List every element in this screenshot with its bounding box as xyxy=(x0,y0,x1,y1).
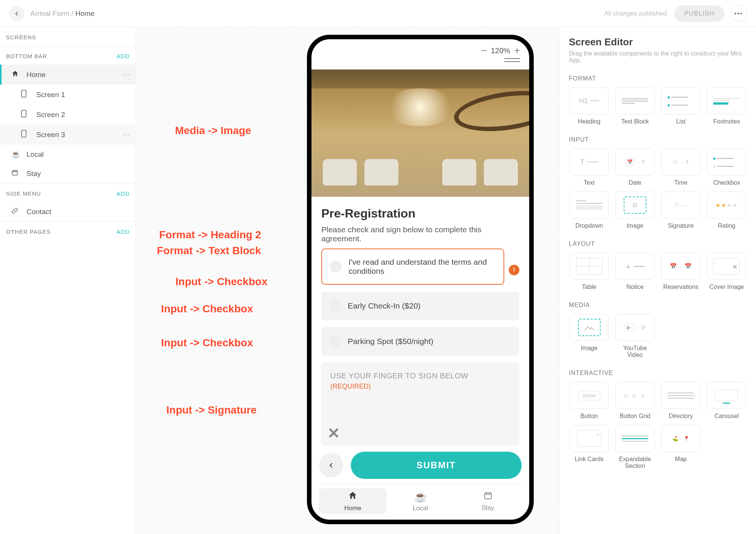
phone-icon xyxy=(21,90,31,99)
component-image-input[interactable]: 🖼 Image xyxy=(615,191,655,229)
item-menu-icon[interactable]: ⋯ xyxy=(122,70,130,79)
component-checkbox-input[interactable]: Checkbox xyxy=(706,148,747,186)
annotation: Input -> Checkbox xyxy=(161,337,253,349)
component-footnotes[interactable]: Footnotes xyxy=(706,87,747,125)
form-subtitle[interactable]: Please check and sign below to complete … xyxy=(321,225,519,243)
breadcrumb-current: Home xyxy=(75,9,94,17)
screens-sidebar: SCREENS BOTTOM BAR ADD Home ⋯ Screen 1 S… xyxy=(0,27,136,534)
hero-image[interactable] xyxy=(311,69,529,197)
calendar-icon xyxy=(483,491,493,503)
component-dropdown-input[interactable]: Dropdown xyxy=(569,191,609,229)
annotation: Input -> Checkbox xyxy=(161,303,253,315)
component-expandable-section[interactable]: Expandable Section xyxy=(615,425,655,469)
component-signature-input[interactable]: ℛ~ — Signature xyxy=(661,191,701,229)
checkbox-parking[interactable]: Parking Spot ($50/night) xyxy=(321,327,519,356)
component-cover-image[interactable]: ▣ Cover Image xyxy=(706,253,747,290)
sidebar-item-contact[interactable]: Contact xyxy=(0,202,136,221)
dots-icon: ••• xyxy=(734,10,743,17)
zoom-controls: − 120% + xyxy=(479,45,522,57)
tab-home[interactable]: Home xyxy=(319,488,387,514)
checkbox-terms[interactable]: I've read and understand the terms and c… xyxy=(321,248,504,285)
phone-tabbar: Home ☕ Local Stay xyxy=(319,484,522,514)
component-heading[interactable]: H1 Heading xyxy=(569,87,609,125)
tab-local[interactable]: ☕ Local xyxy=(387,488,454,514)
svg-rect-0 xyxy=(22,90,26,97)
sidebar-item-screen2[interactable]: Screen 2 xyxy=(0,105,136,125)
breadcrumb-root[interactable]: Arrival Form xyxy=(30,9,69,17)
group-interactive: INTERACTIVE xyxy=(569,370,747,377)
signature-box[interactable]: USE YOUR FINGER TO SIGN BELOW (REQUIRED)… xyxy=(321,363,519,446)
svg-rect-1 xyxy=(22,110,26,117)
section-other-pages: OTHER PAGES ADD xyxy=(0,221,136,240)
editor-canvas[interactable]: Media -> Image Format -> Heading 2 Forma… xyxy=(136,27,559,534)
warning-badge-icon: ! xyxy=(509,265,519,275)
component-text-block[interactable]: Text Block xyxy=(615,87,655,125)
component-notice[interactable]: ▲ Notice xyxy=(615,253,655,290)
form-heading[interactable]: Pre-Registration xyxy=(321,207,519,221)
home-icon xyxy=(348,491,358,503)
section-bottom-bar: BOTTOM BAR ADD xyxy=(0,46,136,65)
component-map[interactable]: ⛳ ·· 📍 Map xyxy=(661,425,701,469)
coffee-icon: ☕ xyxy=(414,491,427,503)
sidebar-item-screen3[interactable]: Screen 3 ⋯ xyxy=(0,125,136,145)
coffee-icon: ☕ xyxy=(11,150,21,159)
sidebar-item-home[interactable]: Home ⋯ xyxy=(0,65,136,85)
component-rating-input[interactable]: ★★★★ Rating xyxy=(706,191,747,229)
tab-stay[interactable]: Stay xyxy=(454,488,522,514)
group-media: MEDIA xyxy=(569,302,747,309)
submit-button[interactable]: SUBMIT xyxy=(351,452,522,479)
group-format: FORMAT xyxy=(569,75,747,82)
component-button-grid[interactable]: ⊘ ⊘ ⊘ Button Grid xyxy=(615,382,655,420)
component-link-cards[interactable]: ↗ Link Cards xyxy=(569,425,609,469)
component-carousel[interactable]: Carousel xyxy=(706,382,747,420)
add-bottom-bar[interactable]: ADD xyxy=(116,53,130,59)
annotation: Input -> Checkbox xyxy=(175,276,267,288)
section-screens: SCREENS xyxy=(0,27,136,46)
zoom-out-button[interactable]: − xyxy=(481,45,487,56)
component-list[interactable]: List xyxy=(661,87,701,125)
back-button[interactable] xyxy=(9,6,24,21)
svg-rect-3 xyxy=(12,171,17,175)
svg-rect-2 xyxy=(22,130,26,137)
panel-desc: Drag the available components to the rig… xyxy=(569,50,747,64)
add-side-menu[interactable]: ADD xyxy=(116,190,130,197)
arrow-left-icon xyxy=(13,10,20,17)
publish-button[interactable]: PUBLISH xyxy=(674,5,724,22)
checkbox-circle-icon xyxy=(330,261,342,273)
more-menu-button[interactable]: ••• xyxy=(730,5,747,22)
component-date-input[interactable]: 📅·· T Date xyxy=(615,148,655,186)
add-other-pages[interactable]: ADD xyxy=(116,228,130,235)
component-directory[interactable]: › Directory xyxy=(661,382,701,420)
signature-required: (REQUIRED) xyxy=(330,383,510,390)
component-button[interactable]: Action Button xyxy=(569,382,609,420)
component-media-image[interactable]: Image xyxy=(569,314,609,358)
component-table[interactable]: Table xyxy=(569,253,609,290)
home-icon xyxy=(11,70,21,79)
phone-preview: − 120% + Pre-Registration Please check a… xyxy=(307,35,534,524)
signature-hint: USE YOUR FINGER TO SIGN BELOW xyxy=(330,372,510,380)
group-input: INPUT xyxy=(569,136,747,143)
sidebar-item-stay[interactable]: Stay xyxy=(0,164,136,183)
svg-rect-4 xyxy=(485,493,491,499)
component-text-input[interactable]: T Text xyxy=(569,148,609,186)
clear-signature-icon[interactable]: ✕ xyxy=(327,424,340,442)
sidebar-item-local[interactable]: ☕ Local xyxy=(0,145,136,164)
component-reservations[interactable]: 📅··📅 Reservations xyxy=(661,253,701,290)
annotation: Media -> Image xyxy=(175,125,251,137)
checkbox-early-checkin[interactable]: Early Check-In ($20) xyxy=(321,292,519,320)
breadcrumb: Arrival Form / Home xyxy=(30,9,94,18)
component-youtube[interactable]: ▶·· ⟳ YouTube Video xyxy=(615,314,655,358)
checkbox-circle-icon xyxy=(329,300,341,312)
panel-title: Screen Editor xyxy=(569,36,747,48)
zoom-in-button[interactable]: + xyxy=(514,45,520,56)
phone-icon xyxy=(21,110,31,119)
group-layout: LAYOUT xyxy=(569,241,747,247)
sidebar-item-screen1[interactable]: Screen 1 xyxy=(0,85,136,105)
calendar-icon xyxy=(11,169,21,178)
link-icon xyxy=(11,207,21,216)
screen-editor-panel: Screen Editor Drag the available compone… xyxy=(559,27,756,534)
component-time-input[interactable]: ⏲·· T Time xyxy=(661,148,701,186)
arrow-left-icon xyxy=(327,461,335,469)
phone-back-button[interactable] xyxy=(319,453,343,477)
item-menu-icon[interactable]: ⋯ xyxy=(122,130,130,139)
